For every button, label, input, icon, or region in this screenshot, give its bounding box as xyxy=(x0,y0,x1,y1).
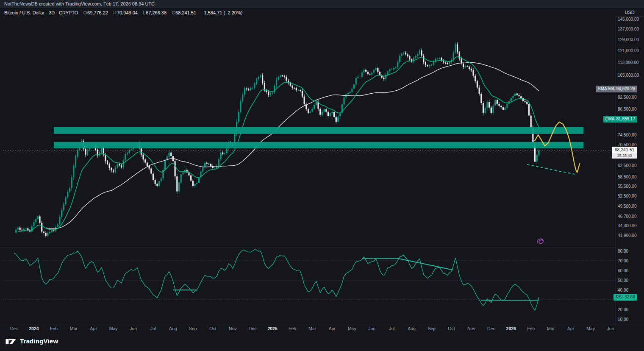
rsi-axis-label: 10.00 xyxy=(618,317,628,322)
rsi-axis-label: 70.00 xyxy=(618,259,628,263)
time-axis-month-label: Jul xyxy=(150,326,156,331)
currency-selector[interactable]: USD xyxy=(615,8,644,17)
price-axis-label: 86,500.00 xyxy=(618,107,637,111)
change-value: −1,534.71 (−2.20%) xyxy=(201,10,242,15)
price-axis-label: 105,000.00 xyxy=(618,73,639,78)
price-axis-label: 74,500.00 xyxy=(618,133,637,137)
chart-canvas[interactable]: 145,000.00137,000.00129,000.00121,000.00… xyxy=(0,0,644,351)
time-axis-month-label: Mar xyxy=(547,326,555,331)
dashed-trendline[interactable] xyxy=(527,164,575,174)
ohlc-open-value: 69,776.22 xyxy=(87,10,108,15)
price-axis-label: 49,500.00 xyxy=(618,204,637,209)
support-zone-lower[interactable] xyxy=(54,142,583,148)
candles-layer xyxy=(15,42,539,238)
rsi-axis-label: 50.00 xyxy=(618,278,628,283)
time-axis-month-label: Dec xyxy=(249,326,257,331)
rsi-axis-label: 40.00 xyxy=(618,288,628,292)
attribution-bar: NotTheNewsDB created with TradingView.co… xyxy=(0,0,644,8)
support-zone-upper[interactable] xyxy=(54,127,583,134)
time-axis-month-label: Nov xyxy=(229,326,237,331)
tradingview-logo[interactable]: TradingView xyxy=(6,337,58,345)
time-axis-month-label: May xyxy=(109,326,118,331)
price-axis-label: 70,500.00 xyxy=(618,142,637,147)
ema-value-badge: EMA81,659.17 xyxy=(603,116,637,123)
ohlc-close-label: C xyxy=(172,10,175,15)
price-axis-label: 46,700.00 xyxy=(618,214,637,219)
ohlc-low-label: L xyxy=(143,10,145,15)
symbol-title[interactable]: Bitcoin / U.S. Dollar · 3D · CRYPTO xyxy=(4,10,78,15)
rsi-axis-label: 20.00 xyxy=(618,307,628,312)
time-axis-month-label: Jun xyxy=(607,326,614,331)
time-axis-month-label: Mar xyxy=(70,326,78,331)
time-axis-month-label: Apr xyxy=(329,326,336,331)
tradingview-logo-text: TradingView xyxy=(20,337,58,345)
ohlc-close-value: 68,241.51 xyxy=(175,10,196,15)
price-axis-label: 121,000.00 xyxy=(618,48,639,53)
time-axis-year-label: 2026 xyxy=(506,326,516,331)
time-axis-month-label: Jun xyxy=(130,326,137,331)
time-axis-month-label: Jul xyxy=(389,326,394,331)
ohlc-high-value: 70,943.04 xyxy=(117,10,138,15)
time-axis-month-label: Feb xyxy=(527,326,535,331)
time-axis-month-label: May xyxy=(348,326,357,331)
symbol-legend: Bitcoin / U.S. Dollar · 3D · CRYPTO O69,… xyxy=(4,10,242,15)
ohlc-open-label: O xyxy=(83,10,87,15)
time-axis-month-label: May xyxy=(586,326,595,331)
time-axis-month-label: Dec xyxy=(487,326,495,331)
attribution-text: NotTheNewsDB created with TradingView.co… xyxy=(4,1,155,6)
sma-value-badge: SMA:MA96,920.29 xyxy=(596,86,637,92)
time-axis[interactable]: Dec2024FebMarAprMayJunJulAugSepOctNovDec… xyxy=(10,326,614,331)
price-axis-label: 92,500.00 xyxy=(618,95,637,100)
rsi-value-badge: RSI32.68 xyxy=(613,294,637,301)
ohlc-high-label: H xyxy=(113,10,117,15)
time-axis-month-label: Mar xyxy=(308,326,316,331)
pane-separators[interactable] xyxy=(0,8,644,325)
time-axis-month-label: Jun xyxy=(368,326,375,331)
price-axis-label: 145,000.00 xyxy=(618,17,639,22)
last-price-badge: 68,241.51 15:25:40 xyxy=(612,147,637,159)
price-axis-label: 113,000.00 xyxy=(618,60,639,65)
price-axis-label: 58,500.00 xyxy=(618,175,637,179)
last-price-value: 68,241.51 xyxy=(612,147,637,153)
time-axis-month-label: Apr xyxy=(567,326,575,331)
time-axis-year-label: 2025 xyxy=(267,326,278,331)
price-axis-label: 55,500.00 xyxy=(618,184,637,189)
price-axis-label: 44,300.00 xyxy=(618,223,637,228)
tradingview-logo-icon xyxy=(6,337,17,345)
price-axis-label: 137,000.00 xyxy=(618,27,639,31)
rsi-axis[interactable]: 80.0070.0060.0050.0040.0020.0010.00 xyxy=(618,249,628,322)
price-axis-label: 62,500.00 xyxy=(618,163,637,168)
rsi-axis-label: 80.00 xyxy=(618,249,628,254)
price-axis[interactable]: 145,000.00137,000.00129,000.00121,000.00… xyxy=(618,17,639,238)
price-axis-label: 52,500.00 xyxy=(618,194,637,198)
time-axis-year-label: 2024 xyxy=(29,326,39,331)
scribble-marker[interactable] xyxy=(537,239,543,243)
time-axis-month-label: Apr xyxy=(90,326,97,331)
time-axis-month-label: Aug xyxy=(408,326,416,331)
bar-countdown: 15:25:40 xyxy=(612,153,637,159)
time-axis-month-label: Dec xyxy=(10,326,18,331)
time-axis-month-label: Oct xyxy=(448,326,455,331)
time-axis-month-label: Feb xyxy=(50,326,58,331)
time-axis-month-label: Oct xyxy=(209,326,216,331)
rsi-axis-label: 60.00 xyxy=(618,268,628,273)
time-axis-month-label: Sep xyxy=(189,326,197,331)
price-axis-label: 41,900.00 xyxy=(618,233,637,238)
time-axis-month-label: Aug xyxy=(169,326,177,331)
price-axis-label: 129,000.00 xyxy=(618,37,639,42)
ohlc-low-value: 67,266.38 xyxy=(146,10,167,15)
time-axis-month-label: Nov xyxy=(467,326,475,331)
time-axis-month-label: Sep xyxy=(427,326,436,331)
time-axis-month-label: Feb xyxy=(289,326,296,331)
